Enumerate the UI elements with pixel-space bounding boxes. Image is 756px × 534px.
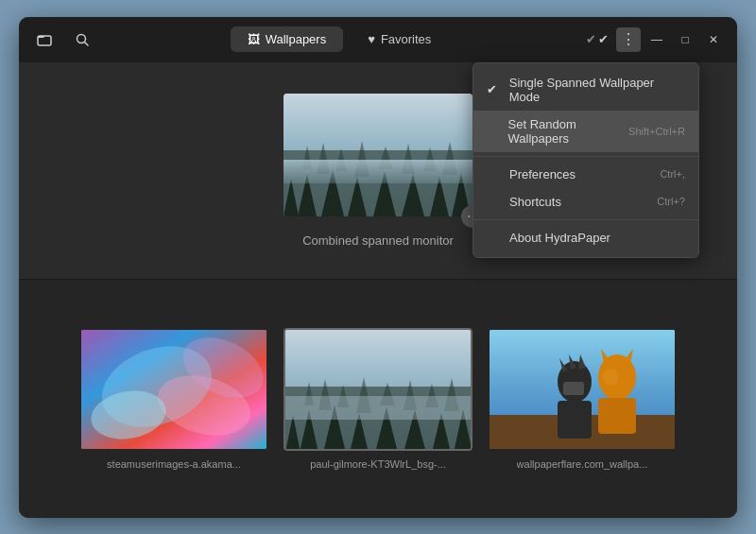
wallpaper-card-anime[interactable]: wallpaperflare.com_wallpa... [488, 328, 677, 470]
menu-item-about-left: ✔ About HydraPaper [487, 231, 610, 245]
search-icon[interactable] [68, 26, 96, 54]
single-spanned-checkmark: ✔ [487, 82, 502, 96]
wallpaper-thumb-anime [488, 328, 677, 451]
set-random-shortcut: Shift+Ctrl+R [628, 126, 685, 137]
menu-item-shortcuts-left: ✔ Shortcuts [487, 195, 561, 209]
wallpaper-card-forest[interactable]: paul-gilmore-KT3WlrL_bsg-... [284, 328, 472, 470]
menu-item-set-random-left: ✔ Set Random Wallpapers [487, 117, 628, 146]
set-random-label: Set Random Wallpapers [508, 117, 629, 146]
shortcuts-label: Shortcuts [509, 195, 561, 209]
menu-item-set-random[interactable]: ✔ Set Random Wallpapers Shift+Ctrl+R [473, 111, 698, 152]
close-icon: ✕ [709, 33, 718, 46]
wallpaper-name-anime: wallpaperflare.com_wallpa... [517, 458, 648, 470]
wallpaper-anime-img [490, 330, 675, 449]
menu-item-about[interactable]: ✔ About HydraPaper [473, 224, 698, 251]
menu-item-preferences-left: ✔ Preferences [487, 167, 576, 181]
svg-rect-45 [285, 396, 472, 420]
svg-point-57 [603, 369, 618, 386]
wallpaper-thumb-forest [284, 328, 472, 451]
more-menu-button[interactable]: ⋮ [616, 27, 641, 52]
wallpaper-thumb-abstract [79, 328, 268, 451]
menu-divider-1 [473, 156, 698, 157]
svg-rect-54 [598, 398, 636, 434]
preferences-shortcut: Ctrl+, [660, 168, 685, 180]
menu-item-single-spanned[interactable]: ✔ Single Spanned Wallpaper Mode [473, 69, 698, 111]
wallpapers-tab-label: Wallpapers [266, 32, 327, 46]
menu-item-single-spanned-left: ✔ Single Spanned Wallpaper Mode [487, 76, 685, 104]
menu-item-shortcuts[interactable]: ✔ Shortcuts Ctrl+? [473, 188, 698, 215]
wallpaper-name-forest: paul-gilmore-KT3WlrL_bsg-... [310, 458, 446, 470]
close-button[interactable]: ✕ [701, 27, 726, 52]
wallpaper-forest-img [285, 330, 471, 449]
titlebar-center: 🖼 Wallpapers ♥ Favorites [96, 26, 582, 52]
single-spanned-label: Single Spanned Wallpaper Mode [509, 76, 685, 104]
menu-divider-2 [473, 219, 698, 220]
favorites-tab-icon: ♥ [368, 32, 375, 46]
apply-all-button[interactable]: ✔ ✔ [582, 32, 612, 46]
wallpaper-preview [284, 94, 472, 216]
wallpaper-grid: steamuserimages-a.akama... [19, 280, 737, 518]
favorites-tab-label: Favorites [381, 32, 431, 46]
folder-icon[interactable] [30, 26, 59, 54]
monitor-label: Combined spanned monitor [302, 233, 454, 248]
wallpaper-card-abstract[interactable]: steamuserimages-a.akama... [79, 328, 268, 470]
shortcuts-shortcut: Ctrl+? [657, 196, 685, 207]
dropdown-menu: ✔ Single Spanned Wallpaper Mode ✔ Set Ra… [472, 62, 699, 258]
tab-favorites[interactable]: ♥ Favorites [351, 26, 448, 52]
svg-rect-21 [284, 160, 472, 183]
svg-line-2 [85, 42, 89, 45]
apply-all-icon: ✔ [586, 32, 596, 46]
tab-wallpapers[interactable]: 🖼 Wallpapers [231, 26, 344, 52]
minimize-button[interactable]: — [644, 27, 669, 52]
titlebar-left [30, 26, 96, 54]
titlebar-right: ✔ ✔ ⋮ — □ ✕ [582, 27, 726, 52]
app-window: 🖼 Wallpapers ♥ Favorites ✔ ✔ ⋮ — □ ✕ [19, 17, 737, 518]
maximize-icon: □ [681, 33, 688, 46]
svg-rect-49 [558, 401, 592, 439]
apply-icon: ✔ [598, 32, 609, 46]
titlebar: 🖼 Wallpapers ♥ Favorites ✔ ✔ ⋮ — □ ✕ [19, 17, 737, 62]
preferences-label: Preferences [509, 167, 576, 181]
menu-item-preferences[interactable]: ✔ Preferences Ctrl+, [473, 161, 698, 188]
wallpaper-name-abstract: steamuserimages-a.akama... [107, 458, 241, 470]
wallpaper-abstract-img [81, 330, 266, 449]
wallpapers-tab-icon: 🖼 [248, 32, 260, 46]
wallpaper-preview-container: ⋯ [284, 94, 472, 216]
minimize-icon: — [651, 33, 662, 46]
maximize-button[interactable]: □ [673, 27, 697, 52]
about-label: About HydraPaper [509, 231, 610, 245]
svg-rect-58 [563, 382, 584, 395]
